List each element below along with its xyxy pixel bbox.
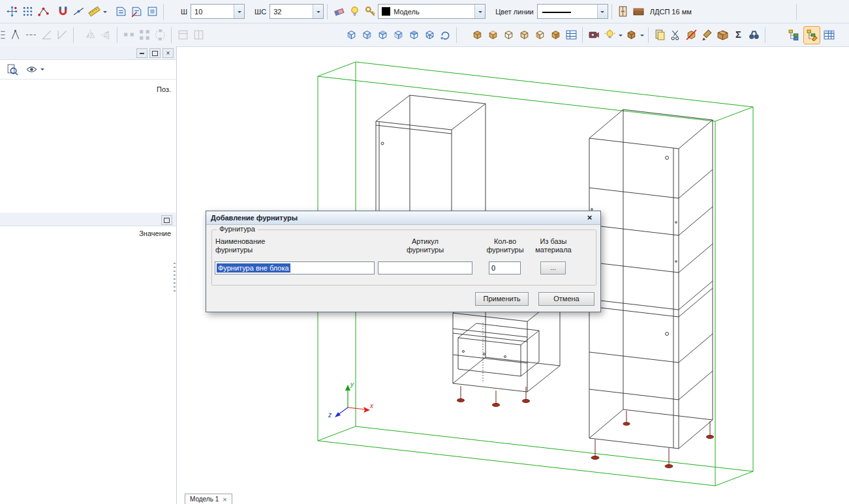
view-cube-top-icon[interactable] [406, 27, 422, 44]
tab-close-icon[interactable]: × [223, 496, 226, 503]
cabinet-icon[interactable] [615, 3, 631, 20]
qty-input[interactable] [489, 261, 521, 274]
view-cube-iso-icon[interactable] [422, 27, 437, 44]
scissors-icon[interactable] [668, 27, 683, 44]
view-cube-back-icon[interactable] [359, 27, 375, 44]
half-cube-icon[interactable] [516, 27, 532, 44]
axis-y-label: y [350, 381, 354, 388]
dialog-titlebar[interactable]: Добавление фурнитуры × [206, 211, 600, 225]
snap-node-icon[interactable] [35, 3, 51, 20]
sheet-b-icon[interactable] [191, 27, 206, 44]
angle-a-icon[interactable] [39, 27, 54, 44]
angle-b-icon[interactable] [54, 27, 70, 44]
layer-color-swatch [382, 7, 390, 16]
name-input[interactable]: Фурнитура вне блока [215, 261, 375, 274]
paste-icon[interactable] [652, 27, 668, 44]
coordinate-axes [335, 385, 370, 417]
dashed-line-icon[interactable] [23, 27, 39, 44]
half-cube-b-icon[interactable] [532, 27, 548, 44]
panel2-maximize-icon[interactable] [161, 215, 172, 225]
snap-grid-icon[interactable] [20, 3, 35, 20]
article-input-field[interactable] [380, 264, 471, 272]
spec-table-icon[interactable] [563, 27, 579, 44]
panel-minimize-icon[interactable] [136, 48, 147, 58]
slot-width-combo[interactable]: 32 [270, 4, 324, 19]
name-label: Наименование фурнитуры [215, 237, 265, 254]
doc-convert-icon[interactable] [113, 3, 129, 20]
panel-header-bottom [0, 213, 176, 226]
cabinet-feet [457, 386, 714, 468]
cut-body-icon[interactable] [683, 27, 699, 44]
render-camera-icon[interactable] [586, 27, 602, 44]
article-input[interactable] [378, 261, 472, 274]
structure-edit-icon[interactable] [804, 27, 820, 44]
lamp-icon[interactable] [347, 3, 362, 20]
structure-table-icon[interactable] [821, 27, 837, 44]
line-width-value: 10 [194, 8, 202, 16]
view-cube-left-icon[interactable] [375, 27, 390, 44]
array-polar-icon[interactable] [152, 27, 168, 44]
zoom-document-icon[interactable] [4, 61, 20, 78]
chevron-down-icon[interactable] [597, 5, 608, 18]
chevron-down-icon[interactable] [474, 5, 485, 18]
material-cube-icon[interactable] [623, 27, 639, 44]
layer-combo-value: Модель [394, 8, 419, 16]
snap-line-icon[interactable] [70, 3, 86, 20]
sheet-a-icon[interactable] [175, 27, 191, 44]
frame-box-icon[interactable] [144, 3, 160, 20]
document-tab-model1[interactable]: Модель 1 × [185, 494, 232, 504]
panel-header-top: × [0, 46, 176, 60]
sigma-icon[interactable]: Σ [730, 27, 746, 44]
application-window: x y z Модель 1 × Ш 10 ШС 32 [0, 0, 849, 504]
left-dock-panel: × Поз. Значение [0, 46, 177, 504]
chevron-down-icon[interactable] [234, 5, 244, 18]
slot-width-value: 32 [273, 8, 281, 16]
line-width-combo[interactable]: 10 [191, 4, 245, 19]
solid-cube-icon[interactable] [469, 27, 485, 44]
solid-cube-c-icon[interactable] [548, 27, 563, 44]
qty-input-field[interactable] [491, 264, 519, 272]
layer-combo[interactable]: Модель [378, 4, 486, 19]
key-icon[interactable] [362, 3, 378, 20]
view-cube-front-icon[interactable] [343, 27, 359, 44]
ruler-chevron-down-icon[interactable] [102, 3, 108, 20]
slot-width-label: ШС [255, 8, 266, 16]
magnet-icon[interactable] [55, 3, 70, 20]
material-swatch-icon[interactable] [631, 3, 647, 20]
eraser-icon[interactable] [331, 3, 347, 20]
chevron-down-icon[interactable] [313, 5, 323, 18]
light-source-icon[interactable] [602, 27, 617, 44]
dialog-close-icon[interactable]: × [583, 213, 596, 224]
light-chevron-down-icon[interactable] [617, 27, 623, 44]
array-grid-icon[interactable] [136, 27, 152, 44]
rotate-view-icon[interactable] [437, 27, 453, 44]
material-chevron-down-icon[interactable] [639, 27, 645, 44]
eye-visibility-icon[interactable] [23, 61, 39, 78]
array-row-icon[interactable] [121, 27, 136, 44]
cancel-button[interactable]: Отмена [538, 292, 594, 306]
tall-cabinet-wireframe [589, 110, 713, 449]
solid-cube-top-icon[interactable] [485, 27, 501, 44]
panel-maximize-icon[interactable] [149, 48, 161, 58]
apply-button[interactable]: Применить [475, 292, 529, 306]
clipped-tool-icon[interactable] [0, 27, 7, 44]
doc-convert-red-icon[interactable] [129, 3, 144, 20]
binoculars-icon[interactable] [746, 27, 762, 44]
pos-column-header: Поз. [157, 85, 171, 93]
view-cube-right-icon[interactable] [390, 27, 406, 44]
mirror-horizontal-icon[interactable] [82, 27, 98, 44]
mirror-vertical-icon[interactable] [98, 27, 114, 44]
package-icon[interactable] [715, 27, 730, 44]
wire-cube-tan-icon[interactable] [501, 27, 516, 44]
snap-move-icon[interactable] [4, 3, 20, 20]
browse-database-button[interactable]: ... [540, 261, 566, 274]
line-color-swatch [542, 12, 571, 13]
line-color-combo[interactable] [537, 4, 608, 19]
eye-chevron-down-icon[interactable] [39, 61, 45, 78]
compass-icon[interactable] [7, 27, 23, 44]
panel-resize-grip[interactable] [174, 263, 176, 291]
brush-icon[interactable] [699, 27, 715, 44]
panel-close-icon[interactable]: × [162, 48, 174, 58]
ruler-icon[interactable] [86, 3, 102, 20]
structure-tree-icon[interactable] [786, 27, 801, 44]
